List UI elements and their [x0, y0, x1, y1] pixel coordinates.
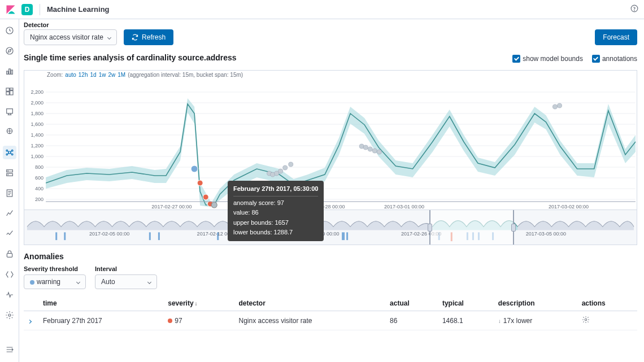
svg-point-56 — [368, 147, 372, 151]
col-detector[interactable]: detector — [234, 296, 385, 311]
zoom-link[interactable]: 2w — [108, 72, 115, 78]
nav-siem-icon[interactable] — [3, 247, 16, 261]
space-badge[interactable]: D — [21, 4, 33, 15]
chart-title: Single time series analysis of cardinali… — [24, 53, 237, 62]
y-axis: 200 400 600 800 1,000 1,200 1,400 1,600 … — [31, 89, 44, 202]
zoom-link[interactable]: 1w — [99, 72, 106, 78]
brush-handle-left[interactable] — [428, 224, 432, 232]
detector-select[interactable]: Nginx access visitor rate — [24, 29, 117, 45]
svg-rect-68 — [346, 232, 348, 240]
divider — [40, 4, 40, 15]
refresh-icon — [132, 34, 138, 41]
nav-canvas-icon[interactable] — [3, 105, 16, 119]
table-row[interactable]: February 27th 2017 97 Nginx access visit… — [24, 311, 637, 330]
annotations-checkbox[interactable]: annotations — [592, 55, 637, 63]
help-icon[interactable] — [630, 5, 638, 14]
severity-threshold-select[interactable]: warning — [24, 274, 86, 289]
col-severity[interactable]: severity↓ — [163, 296, 234, 311]
zoom-link[interactable]: 12h — [79, 72, 88, 78]
aggregation-info: (aggregation interval: 15m, bucket span:… — [128, 72, 243, 78]
svg-rect-11 — [6, 92, 9, 95]
context-swimlane[interactable]: 2017-02-05 00:00 2017-02-12 00:00 2017-0… — [24, 210, 637, 245]
svg-rect-62 — [64, 232, 66, 240]
svg-rect-9 — [10, 88, 12, 90]
zoom-link[interactable]: 1d — [90, 72, 97, 78]
severity-dot-icon — [30, 280, 34, 285]
detector-label: Detector — [24, 21, 637, 28]
show-model-bounds-checkbox[interactable]: show model bounds — [512, 55, 583, 63]
zoom-link[interactable]: 1M — [118, 72, 125, 78]
checkbox-checked-icon — [512, 55, 520, 63]
nav-infrastructure-icon[interactable] — [3, 166, 16, 180]
row-actions-gear-icon[interactable] — [582, 316, 590, 324]
svg-text:1,600: 1,600 — [31, 121, 44, 127]
svg-point-18 — [11, 154, 13, 155]
nav-apm-icon[interactable] — [3, 207, 16, 220]
col-typical[interactable]: typical — [438, 296, 494, 311]
expand-row-icon[interactable] — [28, 319, 32, 323]
sort-desc-icon: ↓ — [195, 300, 198, 307]
nav-uptime-icon[interactable] — [3, 227, 16, 241]
arrow-down-icon: ↓ — [498, 318, 501, 324]
kibana-logo-icon — [6, 5, 16, 15]
nav-maps-icon[interactable] — [3, 125, 16, 139]
nav-monitoring-icon[interactable] — [3, 288, 16, 302]
svg-text:2,000: 2,000 — [31, 100, 44, 106]
svg-rect-61 — [55, 232, 57, 240]
nav-machine-learning-icon[interactable] — [3, 146, 16, 159]
forecast-button[interactable]: Forecast — [595, 29, 637, 45]
refresh-button[interactable]: Refresh — [124, 29, 173, 45]
time-series-chart[interactable]: Zoom: auto 12h 1d 1w 2w 1M (aggregation … — [24, 70, 637, 210]
model-bounds-area — [46, 98, 636, 207]
svg-point-52 — [283, 165, 288, 170]
detector-selected: Nginx access visitor rate — [30, 33, 103, 41]
nav-dashboard-icon[interactable] — [3, 85, 16, 98]
anomaly-marker[interactable] — [211, 202, 217, 208]
svg-point-51 — [279, 169, 283, 173]
svg-rect-64 — [158, 232, 160, 240]
svg-text:1,800: 1,800 — [31, 111, 44, 116]
svg-rect-67 — [342, 232, 345, 240]
anomaly-point-warning[interactable] — [191, 165, 198, 172]
svg-marker-4 — [8, 49, 11, 52]
zoom-label: Zoom: — [47, 72, 63, 78]
svg-text:200: 200 — [35, 197, 43, 202]
anomaly-table: time severity↓ detector actual typical d… — [24, 296, 637, 330]
svg-rect-12 — [6, 109, 12, 114]
col-time[interactable]: time — [38, 296, 163, 311]
severity-threshold-label: Severity threshold — [24, 265, 86, 272]
nav-logs-icon[interactable] — [3, 186, 16, 200]
nav-management-icon[interactable] — [3, 308, 16, 322]
brush-selection[interactable] — [429, 210, 514, 245]
nav-collapse-icon[interactable] — [3, 343, 16, 356]
zoom-link[interactable]: auto — [65, 72, 76, 78]
nav-dev-tools-icon[interactable] — [3, 268, 16, 281]
severity-dot-icon — [168, 319, 172, 323]
svg-point-50 — [275, 171, 279, 176]
svg-rect-5 — [6, 71, 8, 74]
svg-rect-7 — [11, 70, 12, 74]
chart-tooltip: February 27th 2017, 05:30:00 anomaly sco… — [228, 181, 324, 241]
svg-text:1,000: 1,000 — [31, 154, 44, 159]
svg-point-59 — [552, 104, 557, 109]
anomaly-point-critical[interactable] — [203, 194, 208, 200]
svg-point-22 — [8, 175, 8, 175]
nav-discover-icon[interactable] — [3, 44, 16, 58]
chevron-down-icon — [147, 280, 151, 284]
nav-visualize-icon[interactable] — [3, 64, 16, 78]
chevron-down-icon — [76, 280, 80, 284]
svg-point-25 — [8, 314, 11, 316]
svg-text:2017-03-05 00:00: 2017-03-05 00:00 — [526, 231, 566, 237]
brush-handle-right[interactable] — [511, 224, 516, 232]
svg-point-53 — [289, 162, 293, 167]
col-actions[interactable]: actions — [577, 296, 637, 311]
col-actual[interactable]: actual — [385, 296, 438, 311]
interval-select[interactable]: Auto — [95, 274, 157, 289]
anomaly-point-critical[interactable] — [197, 180, 203, 186]
svg-rect-24 — [7, 254, 12, 258]
col-description[interactable]: description — [494, 296, 577, 311]
svg-text:800: 800 — [35, 164, 43, 170]
nav-recently-viewed-icon[interactable] — [3, 24, 16, 37]
svg-point-55 — [363, 145, 368, 150]
page-title: Machine Learning — [47, 5, 110, 14]
